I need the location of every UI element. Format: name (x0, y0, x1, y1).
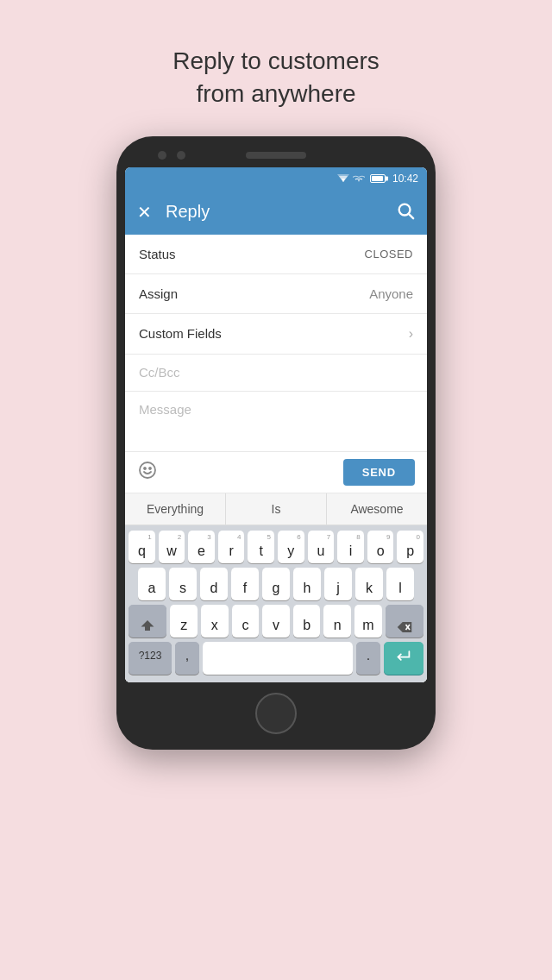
key-z[interactable]: z (170, 605, 198, 638)
key-n[interactable]: n (323, 605, 351, 638)
key-f[interactable]: f (231, 568, 259, 600)
svg-point-5 (140, 462, 155, 478)
status-time: 10:42 (392, 173, 418, 185)
backspace-icon (397, 621, 412, 633)
key-a[interactable]: a (138, 568, 166, 600)
enter-icon (395, 649, 412, 663)
key-l[interactable]: l (386, 568, 414, 600)
key-u[interactable]: 7 u (308, 531, 335, 563)
compose-toolbar: SEND (125, 452, 427, 493)
key-q[interactable]: 1 q (129, 531, 155, 563)
key-t[interactable]: 5 t (248, 531, 274, 563)
battery-icon (370, 174, 386, 183)
key-y[interactable]: 6 y (278, 531, 304, 563)
keyboard-row-bottom: ?123 , . (129, 642, 423, 675)
shift-icon (140, 618, 155, 633)
phone-speaker (246, 152, 306, 159)
keyboard-row-3: z x c v b n m (129, 605, 423, 638)
camera-left (158, 151, 166, 160)
cc-bcc-placeholder: Cc/Bcc (139, 365, 180, 380)
key-o[interactable]: 9 o (367, 531, 394, 563)
phone-top-bar (125, 152, 427, 159)
emoji-icon[interactable] (137, 460, 158, 485)
keyboard-row-1: 1 q 2 w 3 e 4 r (129, 531, 423, 563)
cc-bcc-field[interactable]: Cc/Bcc (125, 355, 427, 392)
numeric-key[interactable]: ?123 (129, 642, 172, 675)
message-field[interactable]: Message (125, 392, 427, 452)
comma-key[interactable]: , (175, 642, 199, 675)
home-button[interactable] (255, 693, 297, 734)
key-d[interactable]: d (200, 568, 228, 600)
phone-bottom-bar (125, 693, 427, 734)
send-button[interactable]: SEND (343, 459, 415, 486)
key-h[interactable]: h (293, 568, 321, 600)
keyboard-row-2: a s d f g h j k l (129, 568, 423, 600)
custom-fields-label: Custom Fields (139, 326, 222, 341)
key-p[interactable]: 0 p (397, 531, 423, 563)
signal-icon (337, 174, 349, 183)
suggestions-bar: Everything Is Awesome (125, 493, 427, 525)
camera-right (177, 151, 185, 160)
key-i[interactable]: 8 i (337, 531, 364, 563)
key-k[interactable]: k (355, 568, 383, 600)
assign-label: Assign (139, 286, 178, 301)
status-row[interactable]: Status CLOSED (125, 235, 427, 274)
suggestion-item[interactable]: Everything (125, 493, 226, 525)
app-bar-title: Reply (166, 202, 382, 222)
period-key[interactable]: . (356, 642, 380, 675)
key-x[interactable]: x (201, 605, 229, 638)
svg-line-4 (410, 215, 414, 219)
keyboard: 1 q 2 w 3 e 4 r (125, 525, 427, 682)
page-heading: Reply to customers from anywhere (172, 45, 380, 110)
key-b[interactable]: b (293, 605, 321, 638)
status-bar: 10:42 (125, 167, 427, 190)
key-g[interactable]: g (262, 568, 290, 600)
key-e[interactable]: 3 e (188, 531, 215, 563)
key-v[interactable]: v (262, 605, 290, 638)
enter-key[interactable] (384, 642, 423, 675)
close-button[interactable]: ✕ (137, 204, 152, 221)
content-area: Status CLOSED Assign Anyone Custom Field… (125, 235, 427, 682)
wifi-icon (353, 174, 365, 183)
key-s[interactable]: s (169, 568, 197, 600)
suggestion-item[interactable]: Awesome (327, 493, 427, 525)
space-key[interactable] (203, 642, 353, 675)
phone-shell: 10:42 ✕ Reply Status CLOSED Assign (116, 136, 436, 750)
message-placeholder: Message (139, 402, 191, 417)
key-r[interactable]: 4 r (218, 531, 245, 563)
key-c[interactable]: c (232, 605, 260, 638)
svg-point-7 (149, 468, 151, 469)
status-icons: 10:42 (337, 173, 418, 185)
key-j[interactable]: j (324, 568, 352, 600)
assign-value: Anyone (369, 286, 413, 301)
status-value: CLOSED (365, 248, 413, 261)
backspace-key[interactable] (386, 605, 423, 638)
suggestion-item[interactable]: Is (226, 493, 327, 525)
key-w[interactable]: 2 w (159, 531, 185, 563)
search-button[interactable] (396, 201, 415, 223)
key-m[interactable]: m (354, 605, 382, 638)
custom-fields-row[interactable]: Custom Fields › (125, 314, 427, 355)
svg-point-6 (144, 468, 146, 469)
app-bar: ✕ Reply (125, 190, 427, 235)
status-label: Status (139, 247, 176, 261)
phone-screen: 10:42 ✕ Reply Status CLOSED Assign (125, 167, 427, 682)
chevron-right-icon: › (409, 326, 413, 342)
svg-point-3 (399, 204, 411, 216)
assign-row[interactable]: Assign Anyone (125, 274, 427, 314)
shift-key[interactable] (129, 605, 166, 638)
